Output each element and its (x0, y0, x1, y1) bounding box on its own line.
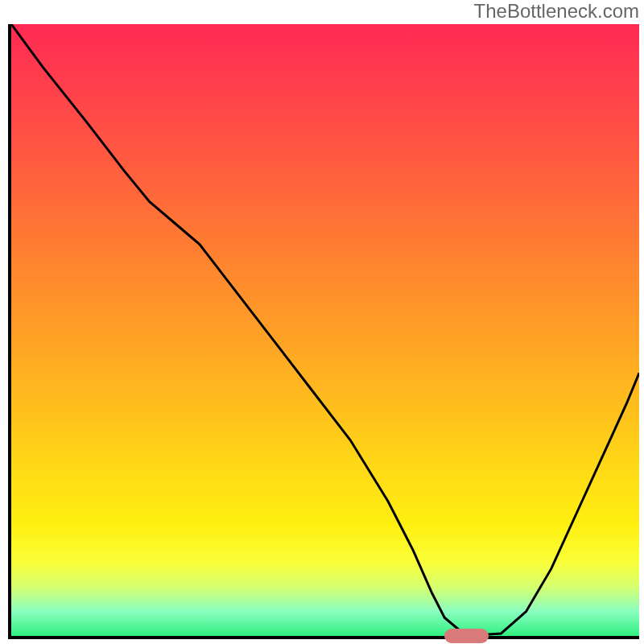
watermark-text: TheBottleneck.com (474, 0, 639, 23)
bottleneck-curve (11, 24, 639, 635)
optimal-marker (444, 629, 489, 643)
curve-svg (11, 24, 639, 636)
plot-area (8, 24, 639, 639)
chart-container: TheBottleneck.com (0, 0, 644, 644)
